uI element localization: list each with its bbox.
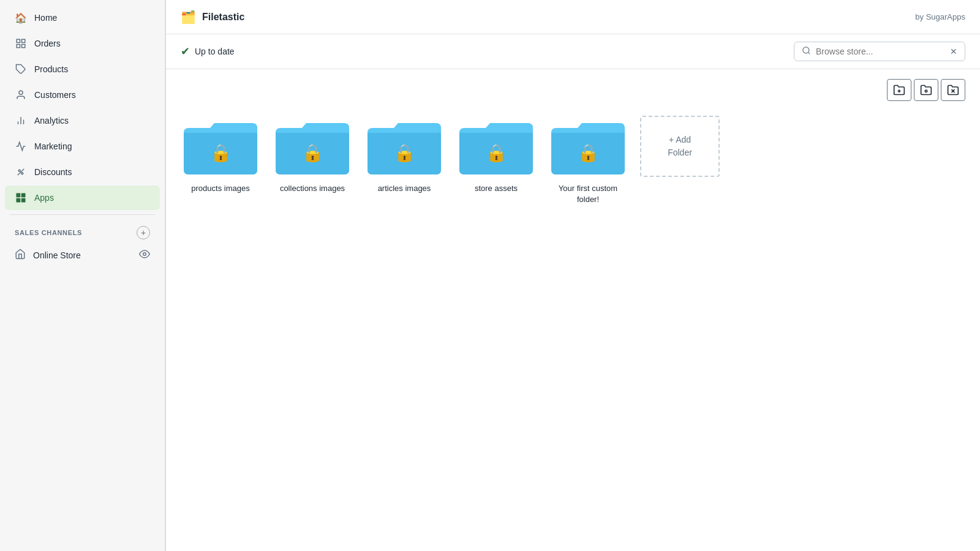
app-attribution: by SugarApps — [915, 12, 965, 21]
svg-rect-0 — [17, 39, 20, 42]
sidebar-item-online-store[interactable]: Online Store — [5, 242, 160, 268]
folder-products-images[interactable]: 🔒 products images — [181, 116, 260, 205]
status-text: Up to date — [195, 47, 235, 56]
delete-folder-button[interactable] — [941, 79, 965, 101]
folder-icon: 🔒 — [181, 116, 260, 177]
status-indicator: ✔ Up to date — [181, 45, 235, 58]
sidebar-item-discounts[interactable]: Discounts — [5, 160, 160, 184]
discounts-icon — [15, 166, 27, 178]
svg-rect-12 — [17, 193, 20, 197]
folder-icon: 🔒 — [273, 116, 352, 177]
svg-rect-1 — [22, 39, 25, 42]
app-title: Filetastic — [202, 12, 244, 23]
topbar-left: 🗂️ Filetastic — [181, 10, 244, 24]
sidebar-item-apps[interactable]: Apps — [5, 186, 160, 210]
svg-rect-3 — [17, 45, 20, 48]
check-icon: ✔ — [181, 45, 190, 58]
svg-text:🔒: 🔒 — [302, 143, 323, 163]
online-store-icon — [15, 249, 26, 261]
sidebar-divider — [10, 214, 155, 215]
search-clear-button[interactable]: ✕ — [950, 47, 957, 56]
sidebar-item-label: Home — [34, 13, 57, 23]
add-sales-channel-button[interactable]: + — [137, 226, 150, 239]
folder-label: Your first custom folder! — [548, 183, 628, 205]
analytics-icon — [15, 114, 27, 127]
sidebar-item-label: Discounts — [34, 167, 72, 177]
svg-text:🔒: 🔒 — [210, 143, 232, 163]
folder-icon: 🔒 — [548, 116, 628, 177]
folder-settings-button[interactable] — [914, 79, 938, 101]
topbar: 🗂️ Filetastic by SugarApps — [166, 0, 980, 34]
online-store-left: Online Store — [15, 249, 81, 261]
sidebar-item-label: Orders — [34, 39, 61, 48]
folder-articles-images[interactable]: 🔒 articles images — [364, 116, 444, 205]
sales-channels-label: SALES CHANNELS — [15, 229, 82, 236]
apps-icon — [15, 192, 27, 204]
svg-rect-15 — [17, 199, 20, 202]
sales-channels-header: SALES CHANNELS + — [5, 219, 160, 242]
main-content: 🗂️ Filetastic by SugarApps ✔ Up to date … — [165, 0, 980, 551]
content-area: 🔒 products images 🔒 collections images — [166, 69, 980, 551]
marketing-icon — [15, 140, 27, 152]
svg-text:🔒: 🔒 — [394, 143, 415, 163]
svg-text:🔒: 🔒 — [578, 143, 599, 163]
folder-label: store assets — [475, 183, 518, 194]
sidebar-item-analytics[interactable]: Analytics — [5, 108, 160, 133]
search-icon — [802, 46, 811, 57]
folder-custom[interactable]: 🔒 Your first custom folder! — [548, 116, 628, 205]
sidebar-item-products[interactable]: Products — [5, 57, 160, 81]
products-icon — [15, 63, 27, 75]
sidebar-item-label: Customers — [34, 90, 76, 100]
svg-point-5 — [19, 91, 23, 94]
customers-icon — [15, 89, 27, 101]
folder-label: collections images — [280, 183, 345, 194]
sidebar-item-label: Analytics — [34, 116, 69, 126]
sidebar-item-label: Marketing — [34, 141, 72, 151]
eye-icon — [139, 249, 150, 261]
statusbar: ✔ Up to date ✕ — [166, 34, 980, 69]
folder-label: products images — [191, 183, 249, 194]
add-folder-box[interactable]: + AddFolder — [640, 116, 720, 177]
new-folder-button[interactable] — [887, 79, 911, 101]
svg-point-21 — [925, 90, 927, 92]
svg-rect-13 — [22, 193, 25, 197]
app-logo: 🗂️ — [181, 10, 196, 24]
svg-point-9 — [18, 170, 20, 171]
sidebar-item-label: Apps — [34, 193, 54, 203]
svg-text:🔒: 🔒 — [486, 143, 507, 163]
add-folder-item[interactable]: + AddFolder — [640, 116, 720, 205]
sidebar-item-home[interactable]: 🏠 Home — [5, 6, 160, 30]
svg-line-18 — [808, 52, 810, 54]
folders-grid: 🔒 products images 🔒 collections images — [181, 84, 965, 205]
search-input[interactable] — [816, 47, 945, 56]
folder-toolbar — [887, 79, 965, 101]
sidebar: 🏠 Home Orders Products Customers Analyti… — [0, 0, 165, 551]
folder-label: articles images — [378, 183, 431, 194]
add-folder-label: + AddFolder — [668, 133, 692, 159]
svg-point-17 — [803, 47, 809, 53]
svg-point-16 — [143, 253, 146, 256]
folder-collections-images[interactable]: 🔒 collections images — [273, 116, 352, 205]
svg-point-10 — [21, 173, 23, 174]
folder-icon: 🔒 — [364, 116, 444, 177]
sidebar-item-label: Products — [34, 64, 68, 74]
sidebar-item-customers[interactable]: Customers — [5, 83, 160, 107]
sidebar-item-marketing[interactable]: Marketing — [5, 134, 160, 159]
svg-rect-2 — [22, 45, 25, 48]
orders-icon — [15, 37, 27, 50]
online-store-label: Online Store — [33, 250, 81, 260]
home-icon: 🏠 — [15, 12, 27, 24]
svg-rect-14 — [22, 199, 25, 202]
folder-icon: 🔒 — [456, 116, 536, 177]
sidebar-item-orders[interactable]: Orders — [5, 31, 160, 56]
folder-store-assets[interactable]: 🔒 store assets — [456, 116, 536, 205]
search-box[interactable]: ✕ — [794, 42, 965, 61]
